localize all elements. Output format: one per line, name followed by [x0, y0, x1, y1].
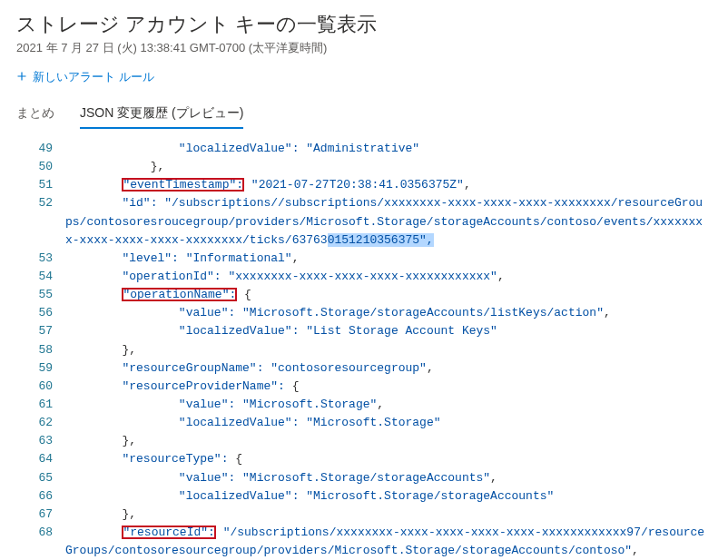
line-number: 58 [16, 341, 65, 359]
code-content: "resourceId": "/subscriptions/xxxxxxxx-x… [65, 524, 712, 560]
code-content: "eventTimestamp": "2021-07-27T20:38:41.0… [65, 176, 712, 194]
line-number: 49 [16, 140, 65, 158]
code-content: "localizedValue": "Administrative" [65, 140, 712, 158]
code-content: "localizedValue": "List Storage Account … [65, 322, 712, 340]
line-number: 60 [16, 378, 65, 396]
line-number: 55 [16, 286, 65, 304]
code-content: "level": "Informational", [65, 250, 712, 268]
code-line: 57 "localizedValue": "List Storage Accou… [16, 322, 712, 340]
code-line: 51 "eventTimestamp": "2021-07-27T20:38:4… [16, 176, 712, 194]
line-number: 65 [16, 469, 65, 487]
line-number: 57 [16, 322, 65, 340]
code-line: 60 "resourceProviderName": { [16, 378, 712, 396]
code-content: "localizedValue": "Microsoft.Storage" [65, 414, 712, 432]
code-line: 68 "resourceId": "/subscriptions/xxxxxxx… [16, 524, 712, 560]
line-number: 64 [16, 450, 65, 468]
code-content: }, [65, 432, 712, 450]
line-number: 50 [16, 158, 65, 176]
code-line: 50 }, [16, 158, 712, 176]
code-line: 63 }, [16, 432, 712, 450]
plus-icon [16, 71, 33, 84]
line-number: 53 [16, 250, 65, 268]
tab-bar: まとめ JSON 変更履歴 (プレビュー) [16, 102, 712, 129]
code-line: 52 "id": "/subscriptions//subscriptions/… [16, 194, 712, 249]
line-number: 61 [16, 396, 65, 414]
code-line: 67 }, [16, 506, 712, 524]
new-alert-button[interactable]: 新しいアラート ルール [16, 69, 154, 85]
code-content: }, [65, 158, 712, 176]
code-line: 55 "operationName": { [16, 286, 712, 304]
code-content: "operationId": "xxxxxxxx-xxxx-xxxx-xxxx-… [65, 268, 712, 286]
json-code-viewer[interactable]: 49 "localizedValue": "Administrative"50 … [16, 133, 712, 560]
code-content: "operationName": { [65, 286, 712, 304]
line-number: 62 [16, 414, 65, 432]
code-line: 53 "level": "Informational", [16, 250, 712, 268]
line-number: 59 [16, 359, 65, 378]
line-number: 67 [16, 506, 65, 524]
line-number: 51 [16, 176, 65, 194]
code-content: }, [65, 506, 712, 524]
code-line: 65 "value": "Microsoft.Storage/storageAc… [16, 469, 712, 487]
code-line: 61 "value": "Microsoft.Storage", [16, 396, 712, 414]
code-line: 66 "localizedValue": "Microsoft.Storage/… [16, 487, 712, 506]
code-content: }, [65, 341, 712, 359]
code-content: "value": "Microsoft.Storage", [65, 396, 712, 414]
line-number: 68 [16, 524, 65, 542]
line-number: 66 [16, 487, 65, 506]
line-number: 54 [16, 268, 65, 286]
code-content: "value": "Microsoft.Storage/storageAccou… [65, 304, 712, 322]
code-content: "localizedValue": "Microsoft.Storage/sto… [65, 487, 712, 506]
page-subtitle: 2021 年 7 月 27 日 (火) 13:38:41 GMT-0700 (太… [16, 40, 712, 56]
tab-json-history[interactable]: JSON 変更履歴 (プレビュー) [80, 102, 243, 129]
code-content: "resourceGroupName": "contosoresourcegro… [65, 359, 712, 378]
page-title: ストレージ アカウント キーの一覧表示 [16, 11, 712, 38]
code-content: "resourceProviderName": { [65, 378, 712, 396]
code-line: 62 "localizedValue": "Microsoft.Storage" [16, 414, 712, 432]
line-number: 63 [16, 432, 65, 450]
code-content: "id": "/subscriptions//subscriptions/xxx… [65, 194, 712, 249]
line-number: 56 [16, 304, 65, 322]
code-line: 56 "value": "Microsoft.Storage/storageAc… [16, 304, 712, 322]
code-line: 54 "operationId": "xxxxxxxx-xxxx-xxxx-xx… [16, 268, 712, 286]
code-content: "resourceType": { [65, 450, 712, 468]
code-content: "value": "Microsoft.Storage/storageAccou… [65, 469, 712, 487]
tab-summary[interactable]: まとめ [16, 102, 54, 129]
code-line: 49 "localizedValue": "Administrative" [16, 140, 712, 158]
code-line: 64 "resourceType": { [16, 450, 712, 468]
new-alert-label: 新しいアラート ルール [33, 69, 154, 85]
code-line: 58 }, [16, 341, 712, 359]
code-line: 59 "resourceGroupName": "contosoresource… [16, 359, 712, 378]
line-number: 52 [16, 194, 65, 212]
